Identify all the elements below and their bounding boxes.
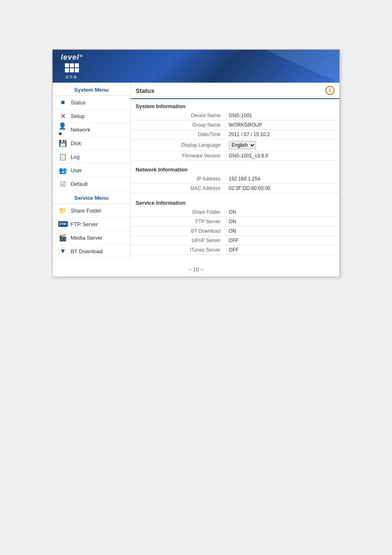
- table-row: Group Name WORKGROUP: [131, 120, 339, 130]
- system-info-table: Device Name GNS-1001 Group Name WORKGROU…: [131, 111, 339, 161]
- sidebar-item-user[interactable]: 👥 User: [53, 164, 130, 177]
- display-lang-label: Display Language: [131, 139, 225, 151]
- ftp-server-status-value: ON: [225, 217, 339, 227]
- system-info-title: System Information: [131, 99, 339, 111]
- group-name-label: Group Name: [131, 120, 225, 130]
- sidebar-label-bt-download: BT Download: [71, 248, 103, 254]
- sidebar-item-bt-download[interactable]: ▼ BT Download: [53, 245, 130, 258]
- sidebar-label-log: Log: [71, 154, 80, 160]
- share-folder-status-label: Share Folder: [131, 208, 225, 217]
- sidebar-item-status[interactable]: ■ Status: [53, 96, 130, 109]
- table-row: BT Download ON: [131, 227, 339, 236]
- sidebar-item-ftp-server[interactable]: FTP FTP Server: [53, 217, 130, 231]
- ftp-icon: FTP: [58, 220, 67, 229]
- network-icon: 👤●: [58, 125, 67, 134]
- table-row: IP Address 192.168.1.254: [131, 174, 339, 184]
- content-title: Status: [136, 87, 154, 94]
- sidebar-label-setup: Setup: [71, 113, 85, 119]
- ftp-server-status-label: FTP Server: [131, 217, 225, 227]
- table-row: MAC Address 02:3F:DD:80:00:00: [131, 184, 339, 193]
- mac-address-label: MAC Address: [131, 184, 225, 193]
- page-number: ~ 10 ~: [189, 266, 204, 273]
- datetime-value: 2011 / 07 / 15 10:2: [225, 130, 339, 139]
- sidebar-item-log[interactable]: 📋 Log: [53, 150, 130, 164]
- service-menu-title: Service Menu: [53, 191, 130, 204]
- table-row: FTP Server ON: [131, 217, 339, 227]
- main-layout: System Menu ■ Status ✕ Setup 👤● Network …: [53, 83, 339, 258]
- bt-download-icon: ▼: [58, 247, 67, 256]
- display-lang-value: English: [225, 139, 339, 151]
- service-info-table: Share Folder ON FTP Server ON BT Downloa…: [131, 208, 339, 255]
- system-menu-title: System Menu: [53, 83, 130, 96]
- logo-icon: [65, 63, 79, 72]
- content-header: Status i: [131, 83, 339, 99]
- sidebar-item-network[interactable]: 👤● Network: [53, 123, 130, 136]
- disk-icon: 💾: [58, 139, 67, 148]
- sidebar-item-disk[interactable]: 💾 Disk: [53, 136, 130, 150]
- table-row: Device Name GNS-1001: [131, 111, 339, 120]
- table-row: Firmware Version GNS-1001_v3.6.6: [131, 151, 339, 161]
- header: level° one: [53, 50, 339, 83]
- info-icon[interactable]: i: [325, 86, 334, 95]
- firmware-value: GNS-1001_v3.6.6: [225, 151, 339, 161]
- ip-address-label: IP Address: [131, 174, 225, 184]
- sidebar-item-setup[interactable]: ✕ Setup: [53, 109, 130, 123]
- default-icon: ☑: [58, 179, 67, 188]
- content-area: Status i System Information Device Name …: [131, 83, 339, 258]
- sidebar-label-default: Default: [71, 181, 88, 187]
- sidebar-label-disk: Disk: [71, 140, 81, 146]
- table-row: iTunes Server OFF: [131, 245, 339, 255]
- table-row: Date/Time 2011 / 07 / 15 10:2: [131, 130, 339, 139]
- status-icon: ■: [58, 98, 67, 107]
- bt-download-status-label: BT Download: [131, 227, 225, 236]
- sidebar-item-default[interactable]: ☑ Default: [53, 177, 130, 191]
- table-row: Share Folder ON: [131, 208, 339, 217]
- sidebar-item-share-folder[interactable]: 📁 Share Folder: [53, 204, 130, 217]
- datetime-label: Date/Time: [131, 130, 225, 139]
- ip-address-value: 192.168.1.254: [225, 174, 339, 184]
- sidebar-label-ftp-server: FTP Server: [71, 221, 98, 227]
- logo-text: level°: [61, 53, 83, 62]
- mac-address-value: 02:3F:DD:80:00:00: [225, 184, 339, 193]
- share-folder-status-value: ON: [225, 208, 339, 217]
- sidebar-label-network: Network: [71, 127, 90, 133]
- device-name-label: Device Name: [131, 111, 225, 120]
- sidebar-item-media-server[interactable]: 🎬 Media Server: [53, 231, 130, 245]
- user-icon: 👥: [58, 166, 67, 175]
- sidebar-label-status: Status: [71, 99, 86, 106]
- setup-icon: ✕: [58, 111, 67, 120]
- share-folder-icon: 📁: [58, 206, 67, 215]
- footer: ~ 10 ~: [53, 258, 339, 277]
- sidebar-label-user: User: [71, 167, 82, 173]
- network-info-table: IP Address 192.168.1.254 MAC Address 02:…: [131, 174, 339, 193]
- network-info-title: Network Information: [131, 162, 339, 174]
- service-info-title: Service Information: [131, 196, 339, 208]
- sidebar: System Menu ■ Status ✕ Setup 👤● Network …: [53, 83, 131, 258]
- itunes-server-status-value: OFF: [225, 245, 339, 255]
- sidebar-label-share-folder: Share Folder: [71, 208, 101, 214]
- firmware-label: Firmware Version: [131, 151, 225, 161]
- upnp-server-status-label: UPnP Server: [131, 236, 225, 245]
- bt-download-status-value: ON: [225, 227, 339, 236]
- table-row: Display Language English: [131, 139, 339, 151]
- group-name-value: WORKGROUP: [225, 120, 339, 130]
- device-name-value: GNS-1001: [225, 111, 339, 120]
- log-icon: 📋: [58, 152, 67, 161]
- itunes-server-status-label: iTunes Server: [131, 245, 225, 255]
- sidebar-label-media-server: Media Server: [71, 235, 102, 241]
- logo: level° one: [61, 53, 83, 80]
- header-decoration: [265, 50, 339, 83]
- table-row: UPnP Server OFF: [131, 236, 339, 245]
- upnp-server-status-value: OFF: [225, 236, 339, 245]
- media-server-icon: 🎬: [58, 233, 67, 242]
- logo-sub: one: [66, 74, 78, 80]
- language-select[interactable]: English: [229, 141, 256, 149]
